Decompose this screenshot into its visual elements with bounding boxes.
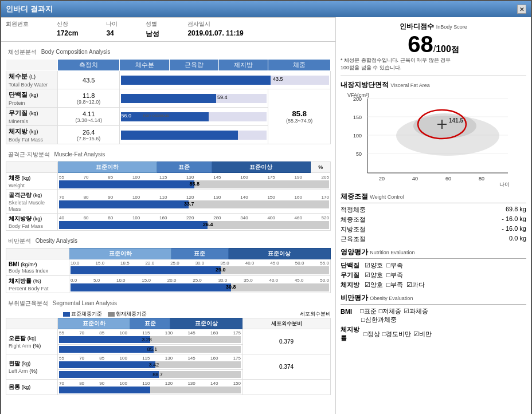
- bc-label-fat: 체지방 (kg) Body Fat Mass: [6, 126, 58, 144]
- bottom-spacer: [1, 395, 335, 401]
- svg-text:나이: 나이: [499, 182, 510, 187]
- seg-bar-leftarm-pct-cell: 88.7: [58, 370, 242, 380]
- seg-bar-trunk-track: [59, 387, 241, 393]
- main-content: 회원번호 신장 172cm 나이 34 성별 남성: [1, 17, 531, 414]
- mf-bar-bfm-fill: [59, 221, 208, 229]
- svg-text:60: 60: [445, 176, 451, 182]
- obesity-eval-section: 비만평가 Obesity Evaluation BMI □표준 □저체중 ☑과체…: [341, 293, 526, 343]
- bc-water-value: 43.5: [58, 71, 120, 89]
- seg-val-rightarm-pct: 85.1: [147, 346, 158, 352]
- ob-row-bmi: BMI (kg/m²) Body Mass Index 10.015.018.5…: [6, 259, 331, 276]
- seg-bar-rightarm-track: 3.28: [59, 336, 241, 343]
- mf-val-smm: 33.7: [184, 201, 194, 207]
- inbody-score-value: 68/100점: [341, 31, 526, 57]
- mf-label-smm: 골격근량 (kg) Skeletal Muscle Mass: [6, 190, 58, 214]
- seg-bar-leftarm-kg: 557085100115130145160175 3.42: [58, 354, 242, 370]
- seg-bar-leftarm-track: 3.42: [59, 361, 241, 368]
- ob-label-bfp: 체지방률 (%) Percent Body Fat: [6, 276, 69, 293]
- ob-scale-bfp: 0.05.010.015.020.025.030.035.040.045.050…: [71, 278, 329, 283]
- seg-scale-rightarm: 557085100115130145160175: [59, 330, 241, 336]
- ob-bar-bfp: 0.05.010.015.020.025.030.035.040.045.050…: [69, 276, 331, 293]
- window-title: 인바디 결과지: [6, 4, 53, 14]
- wc-title: 체중조절 Weight Control: [341, 192, 526, 203]
- seg-val-rightarm-kg: 3.28: [142, 337, 152, 342]
- bc-label-water: 체수분 (L) Total Body Water: [6, 71, 58, 89]
- mf-row-smm: 골격근량 (kg) Skeletal Muscle Mass 708090100…: [6, 190, 331, 214]
- legend-standard-box: [63, 312, 70, 317]
- legend-current-box: [108, 312, 115, 317]
- close-button[interactable]: ✕: [517, 5, 526, 14]
- ob-label-bmi: BMI (kg/m²) Body Mass Index: [6, 259, 69, 276]
- wc-row-fat: 지방조절 - 16.0 kg: [341, 224, 526, 234]
- mf-label-bfm: 체지방량 (kg) Body Fat Mass: [6, 214, 58, 231]
- bc-table: 측정치 체수분 근육량 제지방 체중 체수분 (L) Total Body Wa…: [6, 59, 331, 144]
- seg-legend: 표준체중기준 현재체중기준 세포외수분비: [6, 310, 331, 318]
- mf-bar-smm: 708090100110120130140150160170 33.7: [58, 190, 331, 214]
- ob-table-container: 표준이하 표준 표준이상 BMI (kg/m²) Body Mass Index: [6, 248, 331, 293]
- bc-section-title: 체성분분석 Body Composition Analysis: [1, 44, 335, 59]
- field-date: 검사일시 2019.01.07. 11:19: [187, 20, 243, 37]
- oe-bfp-opt2: □경도비만: [382, 330, 412, 338]
- header-info: 회원번호 신장 172cm 나이 34 성별 남성: [1, 17, 335, 42]
- mf-row-bfm: 체지방량 (kg) Body Fat Mass 4060801001602202…: [6, 214, 331, 231]
- mf-section-title: 골격근·지방분석 Muscle-Fat Analysis: [1, 147, 335, 161]
- seg-bar-leftarm-fill: [59, 361, 155, 368]
- nut-row-minerals: 무기질 ☑양호 □부족: [341, 270, 526, 280]
- mf-scale-bfm: 406080100160220280340400460520: [59, 215, 329, 220]
- bc-row-protein: 단백질 (kg) Protein 11.8 (9.8~12.0) 59.4: [6, 89, 331, 108]
- svg-text:100: 100: [353, 133, 362, 139]
- bc-minerals-bar: non-osseous 56.0: [120, 108, 268, 126]
- nut-fat-opt2: □부족: [386, 281, 403, 289]
- weight-control-section: 체중조절 Weight Control 적정체중 69.8 kg 체중조절 - …: [341, 192, 526, 244]
- ob-th-empty: [6, 249, 69, 259]
- ob-section-title: 비만분석 Obesity Analysis: [1, 233, 335, 248]
- seg-bar-trunk: 708090100110120130140150: [58, 380, 242, 395]
- inbody-score-section: 인바디점수 InBody Score 68/100점 * 체성분 종합점수입니다…: [341, 22, 526, 76]
- oe-title: 비만평가 Obesity Evaluation: [341, 293, 526, 305]
- svg-text:40: 40: [412, 176, 418, 182]
- svg-text:20: 20: [379, 176, 385, 182]
- bc-protein-value: 11.8 (9.8~12.0): [58, 89, 120, 108]
- seg-val-leftarm-kg: 3.42: [149, 362, 159, 368]
- bc-minerals-note: non-osseous: [143, 113, 170, 118]
- seg-th-standard: 표준: [130, 318, 170, 329]
- bc-protein-bar: 59.4: [120, 89, 268, 108]
- seg-row-rightarm: 오른팔 (kg) Right Arm (%) 55708510011513014…: [6, 329, 331, 345]
- wc-row-weight: 체중조절 - 16.0 kg: [341, 215, 526, 224]
- mf-label-weight: 체중 (kg) Weight: [6, 173, 58, 190]
- seg-label-rightarm: 오른팔 (kg) Right Arm (%): [6, 329, 58, 354]
- wc-row-optimal: 적정체중 69.8 kg: [341, 205, 526, 215]
- seg-th-empty: [6, 318, 58, 329]
- seg-scale-trunk: 708090100110120130140150: [59, 381, 241, 386]
- seg-section-title: 부위별근육분석 Segmental Lean Analysis: [1, 295, 335, 310]
- seg-th-ecw: 세포외수분비: [242, 318, 331, 329]
- ob-table: 표준이하 표준 표준이상 BMI (kg/m²) Body Mass Index: [6, 248, 331, 293]
- seg-ecw-rightarm: 0.379: [242, 329, 331, 354]
- seg-th-above: 표준이상: [170, 318, 242, 329]
- oe-bmi-opt3: ☑과체중: [404, 307, 428, 316]
- seg-table: 표준이하 표준 표준이상 세포외수분비 오른팔 (kg) Right: [6, 318, 331, 395]
- ob-val-bmi: 29.0: [216, 267, 226, 273]
- mf-bar-weight: 557085100115130145160175190205 85.8: [58, 173, 331, 190]
- bc-col-water: 체수분: [120, 60, 169, 71]
- ob-bar-bmi-fill: [71, 266, 221, 274]
- field-membernum: 회원번호: [6, 20, 29, 37]
- mf-val-bfm: 26.4: [203, 222, 213, 227]
- label-gender: 성별: [146, 20, 159, 28]
- value-date: 2019.01.07. 11:19: [187, 29, 243, 37]
- seg-bar-rightarm-pct-track: 85.1: [59, 346, 241, 353]
- vfa-section: 내장지방단면적 Visceral Fat Area VFA(cm²) 200 1…: [341, 80, 526, 187]
- label-membernum: 회원번호: [6, 20, 29, 28]
- mf-table-container: 표준이하 표준 표준이상 % 체중 (kg) Weight: [6, 161, 331, 231]
- bc-fat-bar: [120, 126, 268, 144]
- oe-bmi-opt4: □심한과체중: [361, 316, 397, 324]
- seg-bar-rightarm-pct-fill: [59, 346, 154, 353]
- label-height: 신장: [57, 20, 78, 28]
- main-window: 인바디 결과지 ✕ 회원번호 신장 172cm 나이 34: [0, 0, 532, 414]
- nut-protein-opt2: □부족: [386, 261, 403, 270]
- seg-legend-standard: 표준체중기준: [63, 310, 102, 318]
- svg-text:200: 200: [353, 96, 362, 102]
- seg-row-leftarm: 왼팔 (kg) Left Arm (%) 5570851001151301451…: [6, 354, 331, 370]
- seg-label-leftarm: 왼팔 (kg) Left Arm (%): [6, 354, 58, 380]
- mf-row-weight: 체중 (kg) Weight 5570851001151301451601751…: [6, 173, 331, 190]
